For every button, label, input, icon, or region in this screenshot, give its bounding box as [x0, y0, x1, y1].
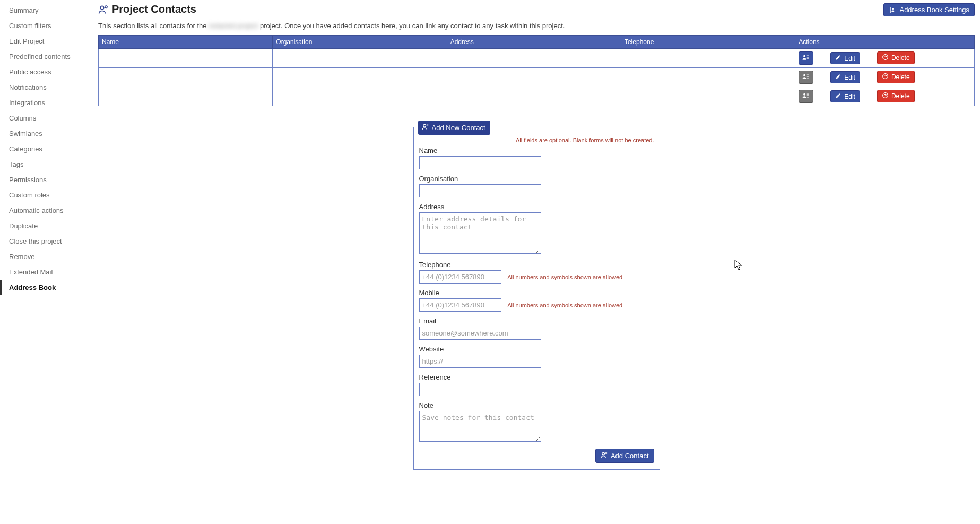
sidebar-item-categories[interactable]: Categories — [0, 141, 93, 157]
cell-actions: EditDelete — [795, 87, 975, 106]
cell-organisation — [273, 87, 447, 106]
form-badge-label: Add New Contact — [432, 124, 485, 132]
table-row: EditDelete — [99, 49, 975, 68]
sidebar-item-tags[interactable]: Tags — [0, 157, 93, 172]
edit-contact-button[interactable]: Edit — [830, 90, 860, 102]
svg-point-18 — [803, 93, 805, 96]
sidebar-item-permissions[interactable]: Permissions — [0, 172, 93, 187]
delete-contact-button[interactable]: Delete — [877, 90, 915, 102]
sidebar-item-predefined-contents[interactable]: Predefined contents — [0, 49, 93, 64]
sidebar-item-notifications[interactable]: Notifications — [0, 80, 93, 95]
sidebar-item-swimlanes[interactable]: Swimlanes — [0, 126, 93, 141]
contacts-table: NameOrganisationAddressTelephoneActions … — [98, 35, 975, 106]
sidebar-item-custom-filters[interactable]: Custom filters — [0, 18, 93, 33]
email-input[interactable] — [419, 327, 541, 340]
cell-telephone — [621, 68, 795, 87]
svg-point-6 — [803, 55, 805, 57]
table-row: EditDelete — [99, 68, 975, 87]
sidebar-item-remove[interactable]: Remove — [0, 249, 93, 264]
view-contact-button[interactable] — [799, 51, 813, 65]
desc-prefix: This section lists all contacts for the — [98, 22, 209, 30]
delete-label: Delete — [891, 73, 910, 81]
delete-label: Delete — [891, 54, 910, 62]
view-contact-button[interactable] — [799, 90, 813, 103]
telephone-hint: All numbers and symbols shown are allowe… — [507, 274, 622, 280]
form-note-optional: All fields are optional. Blank forms wil… — [419, 137, 654, 143]
sidebar-item-summary[interactable]: Summary — [0, 3, 93, 18]
user-list-icon — [802, 92, 810, 100]
add-contact-label: Add Contact — [611, 452, 649, 460]
svg-point-24 — [423, 124, 426, 127]
edit-contact-button[interactable]: Edit — [830, 71, 860, 83]
mobile-label: Mobile — [419, 289, 654, 297]
view-contact-button[interactable] — [799, 71, 813, 84]
table-row: EditDelete — [99, 87, 975, 106]
delete-icon — [882, 92, 889, 100]
sidebar-item-extended-mail[interactable]: Extended Mail — [0, 264, 93, 280]
sidebar-item-public-access[interactable]: Public access — [0, 64, 93, 80]
sidebar: SummaryCustom filtersEdit ProjectPredefi… — [0, 0, 93, 486]
form-badge: Add New Contact — [418, 121, 490, 135]
pencil-icon — [835, 54, 842, 62]
sidebar-item-address-book[interactable]: Address Book — [0, 280, 93, 295]
delete-icon — [882, 73, 889, 81]
email-label: Email — [419, 317, 654, 325]
sidebar-item-custom-roles[interactable]: Custom roles — [0, 187, 93, 203]
settings-button-label: Address Book Settings — [899, 6, 969, 14]
add-contact-form: Add New Contact All fields are optional.… — [413, 127, 660, 470]
add-user-icon — [422, 123, 429, 132]
note-input[interactable] — [419, 411, 541, 442]
col-name: Name — [99, 36, 273, 49]
desc-redacted: redacted project — [209, 22, 258, 30]
cell-address — [447, 87, 621, 106]
sidebar-item-edit-project[interactable]: Edit Project — [0, 33, 93, 49]
svg-line-17 — [885, 75, 886, 76]
user-list-icon — [802, 73, 810, 81]
reference-input[interactable] — [419, 383, 541, 396]
delete-label: Delete — [891, 92, 910, 100]
mobile-input[interactable] — [419, 298, 501, 312]
website-input[interactable] — [419, 355, 541, 368]
svg-point-12 — [803, 74, 805, 76]
cell-telephone — [621, 49, 795, 68]
telephone-input[interactable] — [419, 270, 501, 284]
svg-point-5 — [892, 8, 894, 10]
contacts-icon — [98, 4, 109, 15]
col-actions: Actions — [795, 36, 975, 49]
sidebar-item-columns[interactable]: Columns — [0, 110, 93, 126]
cell-name — [99, 49, 273, 68]
delete-contact-button[interactable]: Delete — [877, 51, 915, 64]
svg-rect-4 — [891, 7, 895, 13]
svg-line-23 — [885, 95, 886, 96]
add-user-icon — [601, 451, 608, 460]
add-contact-button[interactable]: Add Contact — [595, 449, 654, 463]
sidebar-item-duplicate[interactable]: Duplicate — [0, 218, 93, 234]
delete-contact-button[interactable]: Delete — [877, 71, 915, 83]
edit-label: Edit — [844, 93, 855, 100]
organisation-input[interactable] — [419, 184, 541, 197]
name-input[interactable] — [419, 156, 541, 169]
cell-address — [447, 49, 621, 68]
address-input[interactable] — [419, 212, 541, 254]
edit-contact-button[interactable]: Edit — [830, 52, 860, 64]
cell-name — [99, 68, 273, 87]
desc-suffix: project. Once you have added contacts he… — [258, 22, 565, 30]
top-bar: Project Contacts Address Book Settings — [98, 3, 975, 16]
col-organisation: Organisation — [273, 36, 447, 49]
edit-label: Edit — [844, 74, 855, 81]
svg-line-11 — [885, 56, 886, 57]
cell-address — [447, 68, 621, 87]
cell-telephone — [621, 87, 795, 106]
cell-organisation — [273, 49, 447, 68]
col-telephone: Telephone — [621, 36, 795, 49]
sidebar-item-integrations[interactable]: Integrations — [0, 95, 93, 110]
address-book-settings-button[interactable]: Address Book Settings — [883, 3, 975, 16]
section-description: This section lists all contacts for the … — [98, 22, 975, 30]
svg-point-25 — [427, 124, 428, 126]
organisation-label: Organisation — [419, 175, 654, 183]
sidebar-item-close-project[interactable]: Close this project — [0, 234, 93, 249]
pencil-icon — [835, 92, 842, 100]
reference-label: Reference — [419, 373, 654, 381]
page-title: Project Contacts — [112, 3, 196, 15]
sidebar-item-automatic-actions[interactable]: Automatic actions — [0, 203, 93, 218]
